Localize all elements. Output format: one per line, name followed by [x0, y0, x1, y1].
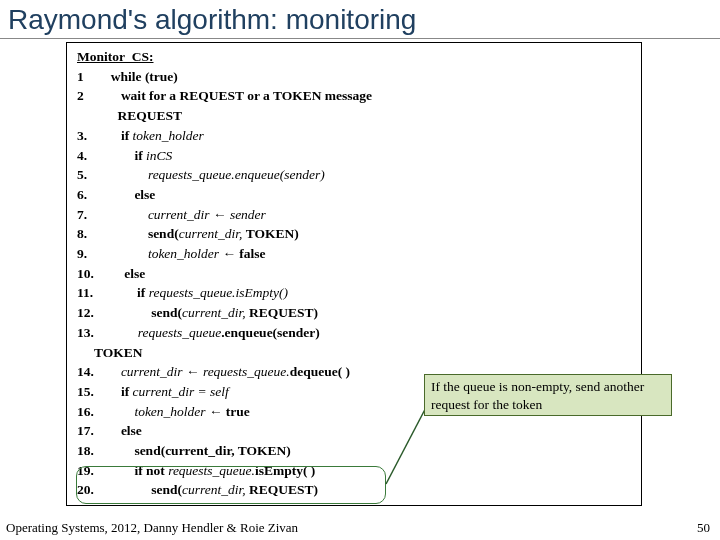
code-lines: 1 while (true)2 wait for a REQUEST or a … [77, 67, 631, 500]
code-line: 10. else [77, 264, 631, 284]
code-line: 4. if inCS [77, 146, 631, 166]
code-line: 7. current_dir ← sender [77, 205, 631, 225]
code-line: 18. send(current_dir, TOKEN) [77, 441, 631, 461]
annotation-box: If the queue is non-empty, send another … [424, 374, 672, 416]
code-line: 3. if token_holder [77, 126, 631, 146]
code-line: TOKEN [77, 343, 631, 363]
code-line: 8. send(current_dir, TOKEN) [77, 224, 631, 244]
code-line: 11. if requests_queue.isEmpty() [77, 283, 631, 303]
code-line: 2 wait for a REQUEST or a TOKEN message [77, 86, 631, 106]
code-line: 6. else [77, 185, 631, 205]
code-header: Monitor_CS: [77, 47, 631, 67]
code-line: 17. else [77, 421, 631, 441]
footer-text: Operating Systems, 2012, Danny Hendler &… [6, 520, 298, 536]
code-box: Monitor_CS: 1 while (true)2 wait for a R… [66, 42, 642, 506]
code-line: 5. requests_queue.enqueue(sender) [77, 165, 631, 185]
code-line: 12. send(current_dir, REQUEST) [77, 303, 631, 323]
code-line: 9. token_holder ← false [77, 244, 631, 264]
code-line: 1 while (true) [77, 67, 631, 87]
code-line: 13. requests_queue.enqueue(sender) [77, 323, 631, 343]
page-number: 50 [697, 520, 710, 536]
slide-title: Raymond's algorithm: monitoring [0, 0, 720, 39]
highlight-box [76, 466, 386, 504]
code-line: REQUEST [77, 106, 631, 126]
